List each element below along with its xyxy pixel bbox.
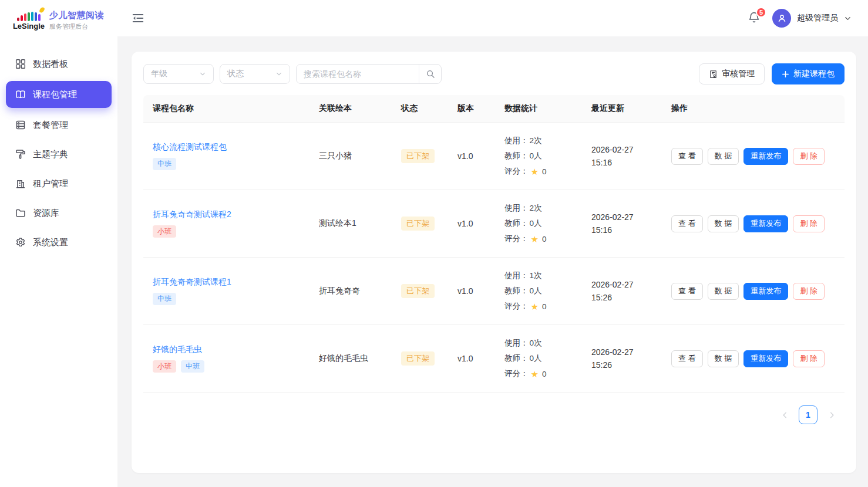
delete-button[interactable]: 删 除 [793,215,825,232]
sidebar-item-label: 系统设置 [33,237,68,248]
linked-book: 好饿的毛毛虫 [309,353,392,364]
republish-button[interactable]: 重新发布 [743,148,788,165]
linked-book: 折耳兔奇奇 [309,286,392,296]
view-button[interactable]: 查 看 [671,148,703,165]
delete-button[interactable]: 删 除 [793,148,825,165]
teachers-value: 0人 [530,353,542,364]
search-button[interactable] [419,65,441,83]
status-badge: 已下架 [401,284,435,298]
grade-tag: 中班 [153,293,176,305]
row-actions: 查 看 数 据 重新发布 删 除 [662,350,845,367]
teachers-value: 0人 [530,286,542,296]
table-row: 折耳兔奇奇测试课程1 中班 折耳兔奇奇 已下架 v1.0 使用：1次 教师：0人… [143,258,845,325]
notifications-button[interactable]: 5 [748,11,762,25]
chevron-right-icon [828,411,836,419]
search-box [296,64,442,84]
republish-button[interactable]: 重新发布 [743,350,788,367]
next-page-button[interactable] [822,405,841,424]
gear-icon [15,237,26,248]
view-button[interactable]: 查 看 [671,283,703,300]
row-actions: 查 看 数 据 重新发布 删 除 [662,283,845,300]
prev-page-button[interactable] [775,405,794,424]
last-updated: 2026-02-27 15:26 [591,278,652,304]
status-select-value: 状态 [227,69,244,79]
data-button[interactable]: 数 据 [708,283,739,300]
audit-management-button[interactable]: 审核管理 [699,63,765,84]
star-icon: ★ [531,370,539,378]
sidebar-item-label: 数据看板 [33,59,68,70]
grade-select-value: 年级 [151,69,167,79]
sidebar-item-label: 套餐管理 [33,120,68,131]
package-name-link[interactable]: 好饿的毛毛虫 [153,344,202,355]
sidebar-item-settings[interactable]: 系统设置 [6,230,112,255]
sidebar-item-dashboard[interactable]: 数据看板 [6,52,112,76]
row-actions: 查 看 数 据 重新发布 删 除 [662,148,845,165]
rating-value: 0 [542,370,547,378]
statistics: 使用：2次 教师：0人 评分：★0 [495,136,582,177]
grade-select[interactable]: 年级 [143,64,214,84]
paint-roller-icon [15,149,26,160]
teachers-value: 0人 [530,218,542,229]
version: v1.0 [448,354,495,363]
sidebar: LeSingle 少儿智慧阅读 服务管理后台 数据看板 课程包 [0,0,117,487]
delete-button[interactable]: 删 除 [793,350,825,367]
page-number-1[interactable]: 1 [799,405,817,424]
statistics: 使用：1次 教师：0人 评分：★0 [495,270,582,312]
linked-book: 测试绘本1 [309,218,392,229]
folder-icon [15,208,26,218]
republish-button[interactable]: 重新发布 [743,283,788,300]
lesingle-logo: LeSingle [15,11,42,31]
sidebar-item-resources[interactable]: 资源库 [6,201,112,225]
col-status: 状态 [392,103,448,114]
grade-tag: 小班 [153,225,176,238]
search-input[interactable] [297,69,419,79]
sidebar-item-label: 主题字典 [33,149,68,160]
sidebar-item-theme-dictionary[interactable]: 主题字典 [6,142,112,167]
server-icon [15,120,26,130]
col-statistics: 数据统计 [495,103,582,114]
top-header: 5 超级管理员 [117,0,868,36]
sidebar-item-label: 资源库 [33,208,59,219]
package-name-link[interactable]: 核心流程测试课程包 [153,142,227,153]
package-name-link[interactable]: 折耳兔奇奇测试课程1 [153,277,231,288]
star-icon: ★ [531,167,539,176]
delete-button[interactable]: 删 除 [793,283,825,300]
teachers-value: 0人 [530,151,542,161]
data-button[interactable]: 数 据 [708,148,739,165]
create-course-package-button[interactable]: 新建课程包 [772,63,845,84]
rating-value: 0 [542,235,547,244]
avatar [772,9,791,28]
open-book-icon [15,89,26,100]
filter-toolbar: 年级 状态 [143,63,845,84]
user-menu[interactable]: 超级管理员 [772,9,852,28]
usage-value: 2次 [530,136,542,146]
data-button[interactable]: 数 据 [708,215,739,232]
last-updated: 2026-02-27 15:26 [591,346,652,371]
status-badge: 已下架 [401,149,435,163]
star-icon: ★ [531,235,539,244]
sidebar-item-tenants[interactable]: 租户管理 [6,171,112,196]
audit-icon [709,70,718,79]
sidebar-item-plans[interactable]: 套餐管理 [6,113,112,137]
building-icon [15,178,26,189]
view-button[interactable]: 查 看 [671,350,703,367]
package-name-link[interactable]: 折耳兔奇奇测试课程2 [153,209,231,220]
usage-value: 1次 [530,270,542,281]
republish-button[interactable]: 重新发布 [743,215,788,232]
course-package-card: 年级 状态 [132,52,856,473]
sidebar-item-course-packages[interactable]: 课程包管理 [6,81,112,108]
chevron-left-icon [781,411,789,419]
view-button[interactable]: 查 看 [671,215,703,232]
data-button[interactable]: 数 据 [708,350,739,367]
version: v1.0 [448,286,495,296]
row-actions: 查 看 数 据 重新发布 删 除 [662,215,845,232]
status-badge: 已下架 [401,351,435,366]
status-select[interactable]: 状态 [220,64,290,84]
rating-value: 0 [542,167,547,176]
chevron-down-icon [844,15,852,22]
brand: LeSingle 少儿智慧阅读 服务管理后台 [0,0,117,41]
menu-fold-icon[interactable] [132,12,144,25]
sidebar-item-label: 课程包管理 [33,89,77,100]
pagination: 1 [143,393,845,424]
grade-tag: 中班 [153,158,176,170]
